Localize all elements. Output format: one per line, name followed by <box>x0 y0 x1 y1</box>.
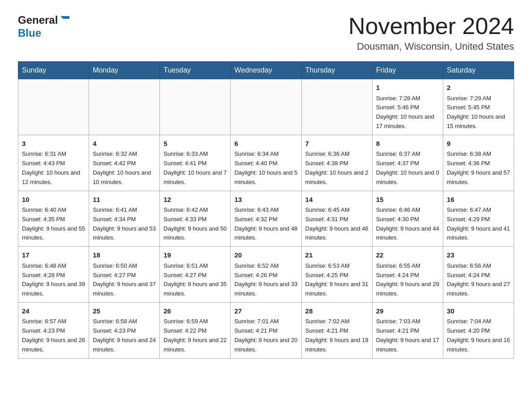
calendar-day-cell: 12Sunrise: 6:42 AMSunset: 4:33 PMDayligh… <box>160 191 231 247</box>
calendar-day-cell: 23Sunrise: 6:56 AMSunset: 4:24 PMDayligh… <box>443 247 514 303</box>
logo-general-text: General <box>18 14 58 26</box>
calendar-day-cell: 2Sunrise: 7:29 AMSunset: 5:45 PMDaylight… <box>443 79 514 135</box>
calendar-day-cell: 9Sunrise: 6:38 AMSunset: 4:36 PMDaylight… <box>443 135 514 191</box>
day-info: Sunrise: 7:04 AMSunset: 4:20 PMDaylight:… <box>447 317 510 354</box>
calendar-day-cell: 22Sunrise: 6:55 AMSunset: 4:24 PMDayligh… <box>372 247 443 303</box>
day-info: Sunrise: 6:53 AMSunset: 4:25 PMDaylight:… <box>305 261 369 299</box>
day-info: Sunrise: 7:03 AMSunset: 4:21 PMDaylight:… <box>376 317 439 354</box>
day-info: Sunrise: 7:01 AMSunset: 4:21 PMDaylight:… <box>234 317 297 354</box>
calendar-day-cell: 20Sunrise: 6:52 AMSunset: 4:26 PMDayligh… <box>231 247 301 303</box>
day-number: 23 <box>447 250 510 261</box>
calendar-week-row: 3Sunrise: 6:31 AMSunset: 4:43 PMDaylight… <box>18 135 514 191</box>
calendar-week-row: 24Sunrise: 6:57 AMSunset: 4:23 PMDayligh… <box>18 302 514 358</box>
calendar-day-cell: 11Sunrise: 6:41 AMSunset: 4:34 PMDayligh… <box>89 191 160 247</box>
day-number: 27 <box>234 306 297 317</box>
day-info: Sunrise: 6:46 AMSunset: 4:30 PMDaylight:… <box>376 206 439 243</box>
calendar-day-cell: 8Sunrise: 6:37 AMSunset: 4:37 PMDaylight… <box>372 135 443 191</box>
calendar-day-cell: 24Sunrise: 6:57 AMSunset: 4:23 PMDayligh… <box>18 302 89 358</box>
calendar-day-cell: 19Sunrise: 6:51 AMSunset: 4:27 PMDayligh… <box>160 247 231 303</box>
day-info: Sunrise: 6:34 AMSunset: 4:40 PMDaylight:… <box>234 150 297 187</box>
calendar-day-cell: 4Sunrise: 6:32 AMSunset: 4:42 PMDaylight… <box>89 135 160 191</box>
day-number: 5 <box>163 139 227 149</box>
calendar-day-cell <box>231 79 301 135</box>
day-info: Sunrise: 6:38 AMSunset: 4:36 PMDaylight:… <box>447 150 510 187</box>
weekday-header-tuesday: Tuesday <box>160 62 231 79</box>
calendar-day-cell: 15Sunrise: 6:46 AMSunset: 4:30 PMDayligh… <box>372 191 443 247</box>
page-header: General Blue November 2024 Dousman, Wisc… <box>18 13 514 52</box>
day-info: Sunrise: 6:59 AMSunset: 4:22 PMDaylight:… <box>163 317 227 354</box>
calendar-day-cell: 29Sunrise: 7:03 AMSunset: 4:21 PMDayligh… <box>372 302 443 358</box>
day-info: Sunrise: 6:47 AMSunset: 4:29 PMDaylight:… <box>447 206 510 243</box>
location-subtitle: Dousman, Wisconsin, United States <box>348 41 514 52</box>
day-number: 7 <box>305 139 369 149</box>
calendar-day-cell: 14Sunrise: 6:45 AMSunset: 4:31 PMDayligh… <box>301 191 372 247</box>
calendar-day-cell: 5Sunrise: 6:33 AMSunset: 4:41 PMDaylight… <box>160 135 231 191</box>
day-number: 14 <box>305 195 369 205</box>
day-number: 3 <box>22 139 85 149</box>
day-number: 1 <box>376 83 439 93</box>
day-number: 10 <box>22 195 85 205</box>
weekday-header-wednesday: Wednesday <box>231 62 301 79</box>
day-number: 8 <box>376 139 439 149</box>
day-number: 19 <box>163 250 227 261</box>
calendar-day-cell <box>160 79 231 135</box>
day-info: Sunrise: 6:48 AMSunset: 4:28 PMDaylight:… <box>22 261 85 299</box>
calendar-day-cell <box>18 79 89 135</box>
day-info: Sunrise: 6:41 AMSunset: 4:34 PMDaylight:… <box>93 206 156 243</box>
calendar-day-cell: 10Sunrise: 6:40 AMSunset: 4:35 PMDayligh… <box>18 191 89 247</box>
weekday-header-sunday: Sunday <box>18 62 89 79</box>
day-number: 29 <box>376 306 439 317</box>
day-number: 2 <box>447 83 510 93</box>
day-number: 30 <box>447 306 510 317</box>
day-number: 18 <box>93 250 156 261</box>
day-number: 6 <box>234 139 297 149</box>
calendar-week-row: 10Sunrise: 6:40 AMSunset: 4:35 PMDayligh… <box>18 191 514 247</box>
calendar-week-row: 1Sunrise: 7:28 AMSunset: 5:46 PMDaylight… <box>18 79 514 135</box>
logo-triangle-icon <box>59 14 71 27</box>
day-info: Sunrise: 6:55 AMSunset: 4:24 PMDaylight:… <box>376 261 439 299</box>
day-info: Sunrise: 6:50 AMSunset: 4:27 PMDaylight:… <box>93 261 156 299</box>
day-number: 20 <box>234 250 297 261</box>
calendar-day-cell <box>301 79 372 135</box>
day-info: Sunrise: 7:29 AMSunset: 5:45 PMDaylight:… <box>447 94 510 131</box>
day-info: Sunrise: 6:36 AMSunset: 4:38 PMDaylight:… <box>305 150 369 187</box>
calendar-day-cell <box>89 79 160 135</box>
day-info: Sunrise: 7:02 AMSunset: 4:21 PMDaylight:… <box>305 317 369 354</box>
day-info: Sunrise: 6:33 AMSunset: 4:41 PMDaylight:… <box>163 150 227 187</box>
calendar-day-cell: 1Sunrise: 7:28 AMSunset: 5:46 PMDaylight… <box>372 79 443 135</box>
day-info: Sunrise: 7:28 AMSunset: 5:46 PMDaylight:… <box>376 94 439 131</box>
day-info: Sunrise: 6:43 AMSunset: 4:32 PMDaylight:… <box>234 206 297 243</box>
calendar-day-cell: 18Sunrise: 6:50 AMSunset: 4:27 PMDayligh… <box>89 247 160 303</box>
weekday-header-thursday: Thursday <box>301 62 372 79</box>
month-year-title: November 2024 <box>348 13 514 39</box>
weekday-header-saturday: Saturday <box>443 62 514 79</box>
calendar-day-cell: 7Sunrise: 6:36 AMSunset: 4:38 PMDaylight… <box>301 135 372 191</box>
day-info: Sunrise: 6:57 AMSunset: 4:23 PMDaylight:… <box>22 317 85 354</box>
logo-blue-text: Blue <box>18 27 41 39</box>
day-number: 4 <box>93 139 156 149</box>
calendar-day-cell: 27Sunrise: 7:01 AMSunset: 4:21 PMDayligh… <box>231 302 301 358</box>
logo: General Blue <box>18 13 71 39</box>
day-info: Sunrise: 6:40 AMSunset: 4:35 PMDaylight:… <box>22 206 85 243</box>
calendar-week-row: 17Sunrise: 6:48 AMSunset: 4:28 PMDayligh… <box>18 247 514 303</box>
calendar-day-cell: 26Sunrise: 6:59 AMSunset: 4:22 PMDayligh… <box>160 302 231 358</box>
weekday-header-monday: Monday <box>89 62 160 79</box>
day-number: 17 <box>22 250 85 261</box>
day-info: Sunrise: 6:42 AMSunset: 4:33 PMDaylight:… <box>163 206 227 243</box>
calendar-day-cell: 13Sunrise: 6:43 AMSunset: 4:32 PMDayligh… <box>231 191 301 247</box>
day-info: Sunrise: 6:56 AMSunset: 4:24 PMDaylight:… <box>447 261 510 299</box>
calendar-title-section: November 2024 Dousman, Wisconsin, United… <box>348 13 514 52</box>
day-info: Sunrise: 6:32 AMSunset: 4:42 PMDaylight:… <box>93 150 156 187</box>
calendar-day-cell: 17Sunrise: 6:48 AMSunset: 4:28 PMDayligh… <box>18 247 89 303</box>
day-info: Sunrise: 6:31 AMSunset: 4:43 PMDaylight:… <box>22 150 85 187</box>
day-number: 12 <box>163 195 227 205</box>
weekday-header-row: SundayMondayTuesdayWednesdayThursdayFrid… <box>18 62 514 79</box>
calendar-day-cell: 30Sunrise: 7:04 AMSunset: 4:20 PMDayligh… <box>443 302 514 358</box>
day-number: 15 <box>376 195 439 205</box>
day-info: Sunrise: 6:45 AMSunset: 4:31 PMDaylight:… <box>305 206 369 243</box>
calendar-day-cell: 16Sunrise: 6:47 AMSunset: 4:29 PMDayligh… <box>443 191 514 247</box>
day-number: 11 <box>93 195 156 205</box>
calendar-day-cell: 3Sunrise: 6:31 AMSunset: 4:43 PMDaylight… <box>18 135 89 191</box>
day-number: 24 <box>22 306 85 317</box>
svg-marker-1 <box>63 19 69 25</box>
